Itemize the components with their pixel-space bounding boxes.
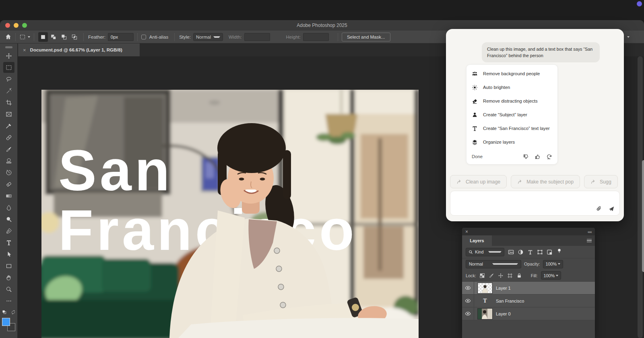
eyedropper-tool[interactable]: [3, 120, 14, 131]
action-auto-brighten[interactable]: Auto brighten: [466, 80, 557, 94]
feather-input[interactable]: [108, 33, 134, 41]
action-create-text-layer[interactable]: Create “San Francisco” text layer: [466, 122, 557, 135]
prompt-input[interactable]: [450, 191, 620, 216]
chevron-down-icon[interactable]: [627, 36, 630, 38]
document-canvas[interactable]: San Francisco: [41, 90, 419, 338]
frame-tool[interactable]: [3, 109, 14, 120]
user-message-bubble: Clean up this image, and add a text box …: [482, 42, 600, 62]
layer-row-san-francisco[interactable]: T San Francisco: [462, 295, 595, 307]
suggestion-make-subject-pop[interactable]: Make the subject pop: [511, 175, 580, 188]
layer-row-layer-0[interactable]: Layer 0: [462, 307, 595, 320]
hand-tool[interactable]: [3, 272, 14, 283]
chevron-down-icon[interactable]: [28, 36, 30, 38]
image-filter-icon[interactable]: [508, 249, 514, 255]
gradient-tool[interactable]: [3, 190, 14, 201]
suggestion-more[interactable]: Sugg: [584, 175, 618, 188]
move-tool[interactable]: [3, 50, 14, 61]
panel-close-icon[interactable]: ×: [465, 229, 468, 235]
lasso-tool[interactable]: [3, 74, 14, 84]
height-input[interactable]: [303, 33, 329, 41]
filter-toggle-dot[interactable]: [556, 248, 562, 254]
opacity-value[interactable]: 100%: [543, 260, 563, 268]
default-colors-icon[interactable]: [2, 309, 7, 316]
thumbs-down-icon[interactable]: [523, 154, 529, 160]
visibility-eye-icon[interactable]: [462, 295, 474, 307]
new-selection-button[interactable]: [38, 32, 48, 42]
edit-toolbar-button[interactable]: [3, 295, 14, 306]
magic-wand-tool[interactable]: [3, 85, 14, 96]
paperclip-icon[interactable]: [596, 206, 602, 212]
healing-brush-tool[interactable]: [3, 132, 14, 143]
tool-preset-icon[interactable]: [19, 34, 26, 40]
lock-transparency-icon[interactable]: [479, 273, 485, 278]
layer-row-layer-1[interactable]: Layer 1: [462, 282, 595, 295]
shape-filter-icon[interactable]: [537, 249, 543, 255]
blend-mode-select[interactable]: Normal: [466, 260, 521, 268]
system-menubar: [0, 0, 644, 20]
rectangular-marquee-tool[interactable]: [3, 62, 14, 73]
pen-tool[interactable]: [3, 225, 14, 236]
brighten-icon: [472, 84, 478, 91]
tab-layers[interactable]: Layers: [462, 235, 492, 246]
lock-position-icon[interactable]: [498, 273, 504, 278]
send-icon[interactable]: [608, 206, 615, 212]
adjustment-filter-icon[interactable]: [518, 249, 524, 255]
swap-colors-icon[interactable]: [11, 309, 16, 316]
intersect-selection-button[interactable]: [70, 32, 79, 42]
history-brush-tool[interactable]: [3, 167, 14, 178]
fill-value[interactable]: 100%: [541, 271, 561, 280]
retry-icon[interactable]: [546, 154, 552, 160]
smart-object-filter-icon[interactable]: [547, 249, 553, 255]
layers-icon: [472, 139, 478, 145]
width-input[interactable]: [244, 33, 270, 41]
action-organize-layers[interactable]: Organize layers: [466, 135, 557, 149]
dodge-tool[interactable]: [3, 214, 14, 225]
layer-thumbnail[interactable]: [478, 283, 492, 293]
toolbar-collapse-handle[interactable]: [5, 46, 12, 48]
zoom-tool[interactable]: [3, 284, 14, 295]
lock-all-icon[interactable]: [516, 273, 522, 278]
rectangle-tool[interactable]: [3, 260, 14, 271]
brush-tool[interactable]: [3, 144, 14, 155]
suggestion-clean-up-image[interactable]: Clean up image: [450, 175, 507, 188]
menubar-status-dot[interactable]: [637, 1, 642, 6]
layer-thumbnail[interactable]: [478, 309, 492, 319]
style-select[interactable]: Normal: [193, 33, 223, 41]
blur-tool[interactable]: [3, 202, 14, 213]
document-tab[interactable]: × Document.psd @ 66.67% (Layer 1, RGB/8): [18, 43, 140, 56]
people-icon: [472, 71, 478, 77]
subtract-from-selection-button[interactable]: [59, 32, 69, 42]
home-icon[interactable]: [5, 33, 12, 40]
select-and-mask-button[interactable]: Select and Mask...: [342, 33, 390, 41]
path-select-tool[interactable]: [3, 249, 14, 260]
crop-tool[interactable]: [3, 97, 14, 108]
scrollbar-thumb[interactable]: [642, 160, 644, 272]
tab-close-icon[interactable]: ×: [23, 47, 26, 53]
clone-stamp-tool[interactable]: [3, 155, 14, 166]
text-layer-thumbnail[interactable]: T: [478, 296, 492, 306]
feather-label: Feather:: [88, 35, 105, 39]
lock-artboard-icon[interactable]: [507, 273, 513, 278]
lock-paint-icon[interactable]: [489, 273, 494, 278]
action-create-subject-layer[interactable]: Create “Subject” layer: [466, 108, 557, 122]
panel-menu-icon[interactable]: [587, 239, 592, 243]
foreground-color-swatch[interactable]: [2, 318, 10, 326]
action-label: Organize layers: [483, 140, 515, 144]
redo-arrow-icon: [456, 179, 462, 185]
panel-collapse-icon[interactable]: ««: [588, 229, 592, 234]
fill-label: Fill:: [531, 273, 538, 278]
visibility-eye-icon[interactable]: [462, 282, 474, 294]
action-remove-background-people[interactable]: Remove background people: [466, 67, 557, 80]
width-label: Width:: [229, 35, 242, 39]
kind-filter-select[interactable]: Kind: [466, 248, 504, 256]
antialias-checkbox[interactable]: [141, 35, 146, 39]
chevron-down-icon: [558, 263, 560, 265]
window-title: Adobe Photoshop 2025: [0, 23, 644, 28]
eraser-tool[interactable]: [3, 179, 14, 190]
type-filter-icon[interactable]: [527, 249, 533, 255]
add-to-selection-button[interactable]: [49, 32, 58, 42]
thumbs-up-icon[interactable]: [535, 154, 541, 160]
action-remove-distracting-objects[interactable]: Remove distracting objects: [466, 94, 557, 108]
visibility-eye-icon[interactable]: [462, 307, 474, 320]
type-tool[interactable]: [3, 237, 14, 248]
